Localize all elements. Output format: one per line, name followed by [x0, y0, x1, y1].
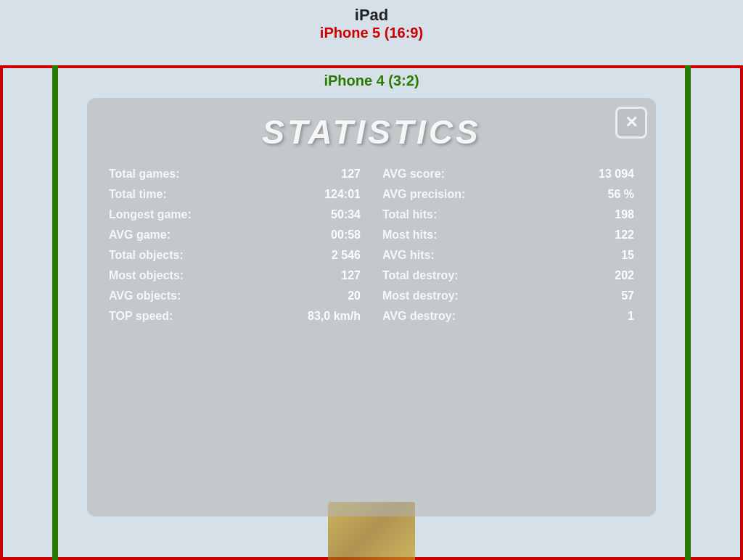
stat-value: 56 %: [608, 188, 634, 201]
stat-value: 202: [615, 269, 634, 282]
stat-label: Longest game:: [109, 208, 192, 221]
stat-label: AVG destroy:: [382, 310, 456, 323]
iphone4-label: iPhone 4 (3:2): [3, 68, 740, 94]
green-bar-left: [52, 65, 58, 560]
stat-label: AVG hits:: [382, 249, 435, 262]
stat-row: AVG precision:56 %: [382, 185, 634, 204]
stat-value: 198: [615, 208, 634, 221]
stat-value: 57: [621, 289, 634, 302]
stat-row: Most hits:122: [382, 226, 634, 244]
stat-row: AVG destroy:1: [382, 307, 634, 326]
stat-value: 127: [341, 168, 361, 181]
stat-row: Most objects:127: [109, 266, 361, 285]
stats-panel: ✕ STATISTICS Total games:127Total time:1…: [87, 98, 656, 516]
stat-row: Total objects:2 546: [109, 246, 361, 265]
stats-right-column: AVG score:13 094AVG precision:56 %Total …: [382, 165, 634, 326]
stat-row: Longest game:50:34: [109, 205, 361, 224]
stat-value: 122: [615, 228, 634, 242]
stat-label: AVG precision:: [382, 188, 465, 201]
stat-value: 50:34: [331, 208, 361, 221]
stat-row: Total destroy:202: [382, 266, 634, 285]
stat-label: AVG score:: [382, 168, 445, 181]
stat-label: Total games:: [109, 168, 180, 181]
stat-label: Total hits:: [382, 208, 437, 221]
stat-label: AVG game:: [109, 228, 171, 242]
stat-value: 127: [341, 269, 361, 282]
stat-value: 15: [621, 249, 634, 262]
stat-label: Total time:: [109, 188, 167, 201]
iphone5-label: iPhone 5 (16:9): [0, 25, 743, 41]
stats-grid: Total games:127Total time:124:01Longest …: [109, 165, 634, 326]
stat-value: 20: [348, 289, 361, 302]
stat-row: Most destroy:57: [382, 287, 634, 305]
stat-row: AVG game:00:58: [109, 226, 361, 244]
top-header: iPad iPhone 5 (16:9): [0, 0, 743, 44]
stat-label: Total destroy:: [382, 269, 459, 282]
stat-value: 124:01: [324, 188, 361, 201]
stat-row: Total hits:198: [382, 205, 634, 224]
stat-value: 13 094: [599, 168, 634, 181]
close-button[interactable]: ✕: [615, 107, 647, 139]
stat-row: AVG hits:15: [382, 246, 634, 265]
ipad-label: iPad: [0, 6, 743, 25]
stat-label: Most hits:: [382, 228, 438, 242]
stat-row: Total time:124:01: [109, 185, 361, 204]
stat-value: 83,0 km/h: [308, 310, 361, 323]
stat-row: TOP speed:83,0 km/h: [109, 307, 361, 326]
close-icon: ✕: [625, 113, 638, 132]
stat-value: 00:58: [331, 228, 361, 242]
stat-label: Most destroy:: [382, 289, 459, 302]
stats-left-column: Total games:127Total time:124:01Longest …: [109, 165, 361, 326]
green-bar-right: [685, 65, 691, 560]
stat-row: AVG score:13 094: [382, 165, 634, 184]
stat-row: AVG objects:20: [109, 287, 361, 305]
stat-label: AVG objects:: [109, 289, 181, 302]
stat-value: 1: [628, 310, 634, 323]
stat-label: TOP speed:: [109, 310, 173, 323]
stat-label: Total objects:: [109, 249, 184, 262]
stat-label: Most objects:: [109, 269, 184, 282]
stat-value: 2 546: [332, 249, 361, 262]
stat-row: Total games:127: [109, 165, 361, 184]
stats-title: STATISTICS: [109, 112, 634, 152]
stats-panel-wrapper: ✕ STATISTICS Total games:127Total time:1…: [87, 98, 656, 516]
